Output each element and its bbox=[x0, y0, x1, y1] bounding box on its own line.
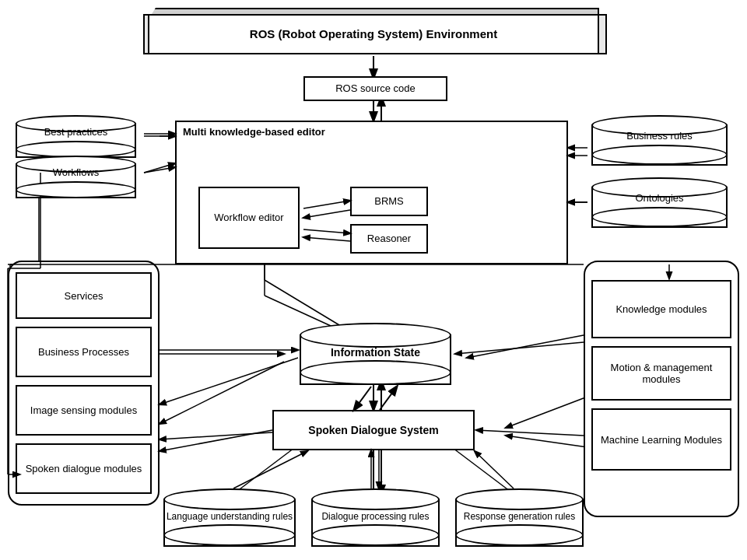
knowledge-modules-box: Knowledge modules bbox=[591, 280, 731, 338]
workflow-editor-box: Workflow editor bbox=[198, 187, 300, 249]
workflows-cylinder: Workflows bbox=[16, 156, 136, 198]
ros-env-box: ROS (Robot Operating System) Environment bbox=[148, 14, 599, 54]
svg-line-48 bbox=[144, 167, 175, 173]
svg-line-57 bbox=[475, 451, 514, 488]
best-practices-cylinder: Best practices bbox=[16, 115, 136, 158]
svg-line-36 bbox=[455, 342, 584, 354]
image-sensing-box: Image sensing modules bbox=[16, 385, 152, 436]
svg-line-17 bbox=[506, 436, 587, 447]
response-generation-cylinder: Response generation rules bbox=[455, 488, 584, 547]
svg-line-15 bbox=[467, 334, 587, 358]
svg-line-41 bbox=[380, 387, 397, 410]
services-box: Services bbox=[16, 272, 152, 319]
business-processes-box: Business Processes bbox=[16, 327, 152, 377]
svg-line-8 bbox=[144, 163, 175, 173]
information-state-cylinder: Information State bbox=[300, 323, 451, 385]
brms-box: BRMS bbox=[350, 187, 428, 216]
svg-line-54 bbox=[233, 451, 307, 488]
svg-line-39 bbox=[160, 358, 298, 404]
motion-management-box: Motion & management modules bbox=[591, 346, 731, 401]
ontologies-cylinder: Ontologies bbox=[591, 177, 728, 228]
svg-line-18 bbox=[160, 432, 284, 439]
ros-source-box: ROS source code bbox=[303, 76, 447, 101]
spoken-dialogue-system-box: Spoken Dialogue System bbox=[272, 410, 475, 450]
spoken-dialogue-modules-box: Spoken dialogue modules bbox=[16, 443, 152, 494]
svg-line-16 bbox=[506, 397, 587, 428]
svg-line-37 bbox=[476, 430, 584, 436]
business-rules-cylinder: Business rules bbox=[591, 115, 728, 166]
language-understanding-cylinder: Language understanding rules bbox=[163, 488, 296, 547]
dialogue-processing-cylinder: Dialogue processing rules bbox=[311, 488, 440, 547]
reasoner-box: Reasoner bbox=[350, 224, 428, 254]
multi-editor-label: Multi knowledge-based editor bbox=[183, 126, 325, 138]
machine-learning-box: Machine Learning Modules bbox=[591, 408, 731, 471]
svg-line-42 bbox=[160, 430, 272, 451]
svg-line-40 bbox=[354, 387, 371, 410]
diagram: ROS (Robot Operating System) Environment… bbox=[0, 0, 747, 560]
svg-line-12 bbox=[160, 362, 284, 424]
